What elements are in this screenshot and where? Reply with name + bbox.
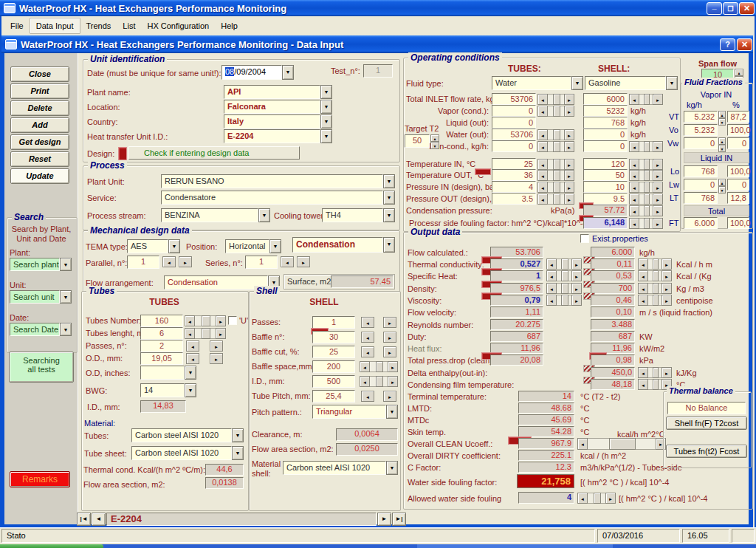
scroll-right-icon[interactable]: [653, 205, 663, 216]
scroll-left-icon[interactable]: [537, 170, 548, 181]
parallel-field[interactable]: 1: [127, 256, 159, 269]
allowed-fouling-value[interactable]: 4: [518, 492, 574, 504]
design-checkbox[interactable]: [118, 147, 127, 160]
scroll-track[interactable]: [557, 270, 571, 281]
scroll-right-icon[interactable]: [564, 129, 574, 140]
shell-id-field[interactable]: 500: [312, 375, 355, 388]
plant-unit-combo[interactable]: RERUN ESANO: [161, 174, 395, 188]
u-tubes-checkbox[interactable]: [228, 316, 237, 325]
allowed-fouling-scrollbar[interactable]: [577, 493, 616, 504]
exist-properties-checkbox[interactable]: [580, 234, 589, 243]
scroll-track[interactable]: [548, 182, 564, 193]
tubes-passes-field[interactable]: 2: [140, 340, 183, 352]
scroll-left-icon[interactable]: [546, 258, 557, 270]
scroll-left-icon[interactable]: [537, 129, 548, 140]
scroll-right-icon[interactable]: [653, 193, 663, 205]
scroll-track[interactable]: [548, 141, 564, 152]
scroll-track[interactable]: [648, 258, 662, 270]
opcond-tubes-scrollbar[interactable]: [537, 129, 574, 140]
scroll-track[interactable]: [195, 328, 216, 339]
scroll-left-icon[interactable]: [638, 258, 648, 270]
opcond-shell-field[interactable]: 6000: [583, 93, 628, 105]
opcond-shell-scrollbar[interactable]: [629, 193, 663, 205]
spin-down-icon[interactable]: [718, 118, 726, 126]
scroll-left-icon[interactable]: [577, 493, 588, 504]
scroll-track[interactable]: [557, 295, 571, 306]
scroll-left-icon[interactable]: [546, 270, 557, 281]
tubes-passes-spin-right[interactable]: [210, 340, 223, 352]
scroll-track[interactable]: [548, 170, 564, 181]
opcond-shell-field[interactable]: 5232: [583, 105, 628, 117]
series-spin-left[interactable]: [281, 256, 294, 267]
scroll-track[interactable]: [548, 193, 564, 205]
target-t2-spinner[interactable]: [430, 134, 439, 148]
scroll-left-icon[interactable]: [185, 315, 195, 326]
vw-spinner[interactable]: [718, 137, 726, 149]
delete-button[interactable]: Delete: [10, 100, 69, 116]
get-design-button[interactable]: Get design: [10, 134, 69, 150]
scroll-right-icon[interactable]: [605, 493, 616, 504]
process-side-fouling-scrollbar[interactable]: [629, 218, 663, 229]
dropdown-arrow-icon[interactable]: [386, 405, 398, 419]
opcond-tubes-field[interactable]: 0: [492, 105, 536, 117]
opcond-shell-scrollbar[interactable]: [629, 94, 663, 105]
dropdown-arrow-icon[interactable]: [60, 323, 72, 336]
output-right-scrollbar[interactable]: [638, 283, 672, 294]
dropdown-arrow-icon[interactable]: [185, 383, 196, 397]
scroll-left-icon[interactable]: [629, 218, 639, 229]
scroll-left-icon[interactable]: [638, 379, 648, 390]
opcond-shell-scrollbar[interactable]: [629, 182, 663, 193]
inner-close-button[interactable]: [737, 38, 752, 51]
close-button[interactable]: [739, 2, 755, 15]
tube-sheet-combo[interactable]: Carbon steel AISI 1020: [131, 446, 244, 460]
scroll-left-icon[interactable]: [629, 205, 639, 216]
scroll-left-icon[interactable]: [629, 94, 639, 105]
dropdown-arrow-icon[interactable]: [269, 239, 281, 253]
scroll-right-icon[interactable]: [571, 270, 582, 281]
scroll-left-icon[interactable]: [537, 106, 548, 117]
spin-up-icon[interactable]: [718, 179, 726, 186]
scroll-left-icon[interactable]: [577, 438, 588, 450]
start-button[interactable]: [0, 544, 103, 548]
scroll-track[interactable]: [639, 141, 653, 152]
opcond-tubes-scrollbar[interactable]: [537, 170, 574, 181]
scroll-right-icon[interactable]: [662, 270, 672, 281]
country-combo[interactable]: Italy: [224, 114, 332, 129]
scroll-right-icon[interactable]: [571, 258, 582, 270]
scroll-track[interactable]: [648, 367, 662, 378]
output-right-scrollbar[interactable]: [638, 258, 672, 270]
dropdown-arrow-icon[interactable]: [666, 76, 678, 90]
dropdown-arrow-icon[interactable]: [320, 114, 332, 129]
scroll-track[interactable]: [588, 493, 605, 504]
baffle-n-spin-left[interactable]: [361, 332, 374, 343]
scroll-track[interactable]: [639, 193, 653, 205]
scroll-track[interactable]: [557, 283, 571, 294]
opcond-tubes-field[interactable]: 53706: [492, 129, 536, 140]
opcond-tubes-scrollbar[interactable]: [537, 141, 574, 152]
service-combo[interactable]: Condensatore: [161, 191, 395, 205]
reset-button[interactable]: Reset: [10, 151, 69, 167]
scroll-right-icon[interactable]: [662, 295, 672, 306]
scroll-track[interactable]: [639, 170, 653, 181]
opcond-tubes-field[interactable]: 0: [492, 117, 536, 129]
opcond-tubes-field[interactable]: 25: [492, 158, 536, 170]
tube-pitch-spin-left[interactable]: [361, 391, 374, 402]
scroll-right-icon[interactable]: [564, 170, 574, 181]
tubes-fcost-button[interactable]: Tubes fn(t2) Fcost: [666, 445, 747, 458]
scroll-left-icon[interactable]: [629, 159, 639, 170]
dropdown-arrow-icon[interactable]: [258, 208, 270, 222]
scroll-right-icon[interactable]: [564, 94, 574, 105]
scroll-track[interactable]: [648, 283, 662, 294]
scroll-right-icon[interactable]: [564, 106, 574, 117]
series-spin-right[interactable]: [297, 256, 310, 267]
tubes-od-field[interactable]: 19,05: [140, 352, 183, 365]
pitch-pattern-combo[interactable]: Triangular: [312, 405, 398, 419]
scroll-right-icon[interactable]: [216, 315, 226, 326]
print-button[interactable]: Print: [10, 83, 69, 99]
opcond-shell-field[interactable]: 768: [583, 117, 628, 129]
scroll-track[interactable]: [548, 106, 564, 117]
fluid-type-tubes-combo[interactable]: Water: [492, 76, 583, 90]
scroll-left-icon[interactable]: [638, 283, 648, 294]
opcond-shell-scrollbar[interactable]: [629, 141, 663, 152]
opcond-shell-field[interactable]: 120: [583, 158, 628, 170]
